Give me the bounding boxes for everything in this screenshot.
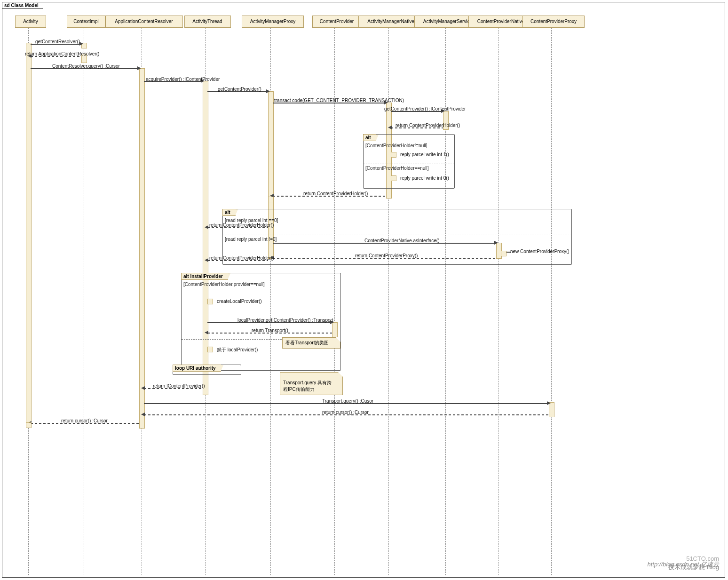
arrow xyxy=(266,89,270,93)
participant-ActivityThread: ActivityThread xyxy=(184,16,231,28)
sequence-diagram-frame: sd Class Model ActivityContextImplApplic… xyxy=(2,2,725,578)
participant-ContentProvider: ContentProvider xyxy=(312,16,362,28)
label: 赋于 localProvider() xyxy=(217,347,258,353)
participant-ActivityManagerProxy: ActivityManagerProxy xyxy=(242,16,304,28)
alt-label: alt installProvider xyxy=(181,273,228,280)
label: return ContentProviderProxy() xyxy=(355,253,418,258)
arrow xyxy=(494,241,498,245)
label: reply parcel write int 1() xyxy=(400,152,449,157)
label: return Transport() xyxy=(252,328,288,333)
arrow xyxy=(547,401,551,405)
watermark-csdn: http://blog.csdn.net 亿速云 xyxy=(648,560,719,569)
frame-title: sd Class Model xyxy=(2,2,43,9)
self-action xyxy=(207,299,213,304)
label: getContentResolver() xyxy=(35,39,80,44)
guard1: [ContentProviderHolder.provider==null] xyxy=(183,282,265,287)
loop-uri-authority: loop URI authority xyxy=(173,365,241,375)
arrow xyxy=(205,258,208,262)
arrow xyxy=(388,126,392,129)
arrow xyxy=(79,42,83,46)
guard2: [ContentProviderHolder==null] xyxy=(365,166,429,171)
label: Transport.query() :Cusor xyxy=(322,398,373,404)
label: localProvider.getIContentProvider() :Tra… xyxy=(237,318,333,323)
activation-appresolver xyxy=(139,68,145,429)
label: getContentProvider() xyxy=(218,87,261,92)
label: return ContentProviderHolder() xyxy=(209,255,274,261)
self-action xyxy=(391,152,396,158)
label: return cursor() :Cursor xyxy=(61,418,108,423)
label: return ContentProviderHolder() xyxy=(303,191,368,196)
label: return ContentProviderHolder() xyxy=(209,222,274,228)
arrow xyxy=(205,331,208,334)
arrow xyxy=(141,386,145,390)
note-transport-class: 看看Transport的类图 xyxy=(282,337,340,349)
label: return ContentProviderHolder() xyxy=(396,123,460,128)
loop-label: loop URI authority xyxy=(173,365,221,372)
label: createLocalProvider() xyxy=(217,299,262,304)
self-action xyxy=(268,197,274,202)
label: return cursor() :Cursor xyxy=(322,410,369,415)
guard1: [ContentProviderHolder!=null] xyxy=(365,143,427,148)
label: transact code(GET_CONTENT_PROVIDER_TRANS… xyxy=(274,98,404,103)
self-action xyxy=(26,422,32,428)
guard2: [read reply parcel int !=0] xyxy=(225,237,277,242)
alt-label: alt xyxy=(363,134,376,141)
participant-ContextImpl: ContextImpl xyxy=(67,16,106,28)
note-text: 看看Transport的类图 xyxy=(285,340,329,345)
lifeline-ContentProviderProxy xyxy=(551,28,552,575)
lifeline-ContextImpl xyxy=(84,28,84,575)
arrow xyxy=(141,413,145,416)
label: ContentResolver.query() :Cursor xyxy=(52,64,120,69)
activation-activity xyxy=(26,43,32,426)
alt-label: alt xyxy=(222,209,236,216)
participant-ApplicationContentResolver: ApplicationContentResolver xyxy=(105,16,183,28)
lifeline-ContentProviderNative xyxy=(499,28,499,575)
arrow xyxy=(205,225,208,229)
label: return ApplicationContentResolver() xyxy=(25,51,99,56)
alt-separator xyxy=(223,235,571,235)
participant-ActivityManagerNative: ActivityManagerNative xyxy=(358,16,423,28)
arrow xyxy=(137,66,141,70)
self-action xyxy=(391,175,396,181)
label: ContentProviderNative.asInterface() xyxy=(364,238,440,243)
self-action xyxy=(207,347,213,352)
label: getContentProvider() :IContentProvider xyxy=(384,106,466,111)
label: return IContentProvider() xyxy=(153,383,205,389)
label: new ContentProviderProxy() xyxy=(510,249,570,254)
note-text: Transport.query 具有跨 程IPC传输能力 xyxy=(283,380,332,392)
label: reply parcel write int 0() xyxy=(400,175,449,181)
participant-Activity: Activity xyxy=(15,16,46,28)
participant-ContentProviderProxy: ContentProviderProxy xyxy=(522,16,585,28)
note-transport-ipc: Transport.query 具有跨 程IPC传输能力 xyxy=(280,372,343,395)
alt-separator xyxy=(364,164,454,164)
self-action xyxy=(501,251,506,256)
label: acquireProvider() :IContentProvider xyxy=(146,77,220,82)
